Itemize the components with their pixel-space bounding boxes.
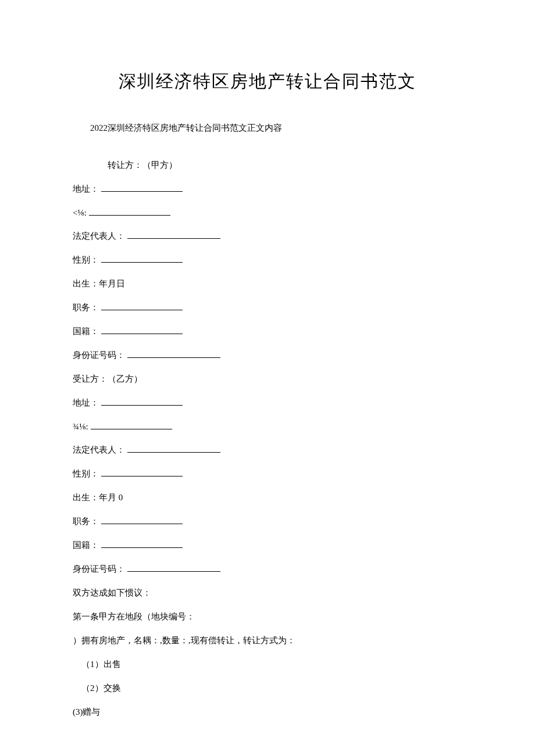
party-b-code-label: ¾⅛:: [73, 422, 88, 432]
party-a-nationality-blank: [101, 326, 183, 334]
party-b-legalrep-label: 法定代表人：: [73, 445, 125, 456]
party-a-nationality-label: 国籍：: [73, 326, 99, 337]
party-a-nationality-row: 国籍：: [73, 326, 462, 337]
party-a-gender-blank: [101, 255, 183, 263]
party-a-code-row: <⅛:: [73, 207, 462, 218]
party-a-legalrep-label: 法定代表人：: [73, 231, 125, 242]
party-b-id-label: 身份证号码：: [73, 564, 125, 575]
article-1-line2: ）拥有房地产，名耦：,数量：,现有偿转让，转让方式为：: [73, 635, 462, 646]
party-a-gender-label: 性别：: [73, 255, 99, 266]
method-3: (3)赠与: [73, 707, 462, 718]
party-a-code-blank: [89, 207, 170, 216]
party-b-nationality-blank: [101, 540, 183, 548]
party-a-position-label: 职务：: [73, 302, 99, 313]
transferor-header: 转让方：（甲方）: [73, 160, 462, 171]
party-a-legalrep-row: 法定代表人：: [73, 231, 462, 242]
agreement-header: 双方达成如下惯议：: [73, 587, 462, 599]
party-b-gender-label: 性别：: [73, 468, 99, 479]
method-1: （1）出售: [73, 659, 462, 670]
party-b-legalrep-row: 法定代表人：: [73, 445, 462, 456]
party-b-gender-blank: [101, 468, 183, 476]
party-b-address-label: 地址：: [73, 397, 99, 409]
party-a-position-blank: [101, 302, 183, 310]
transferee-header: 受让方：（乙方）: [73, 374, 462, 385]
party-b-id-blank: [127, 564, 220, 572]
party-a-legalrep-blank: [127, 231, 220, 239]
party-a-address-blank: [101, 184, 183, 192]
party-b-id-row: 身份证号码：: [73, 564, 462, 575]
party-b-position-blank: [101, 516, 183, 524]
party-a-address-row: 地址：: [73, 184, 462, 195]
party-a-address-label: 地址：: [73, 184, 99, 195]
party-b-legalrep-blank: [127, 445, 220, 453]
party-a-birth-row: 出生：年月日: [73, 278, 462, 289]
party-a-gender-row: 性别：: [73, 255, 462, 266]
party-a-id-row: 身份证号码：: [73, 350, 462, 361]
method-2: （2）交换: [73, 683, 462, 694]
party-a-id-blank: [127, 350, 220, 358]
article-1-line1: 第一条甲方在地段（地块编号：: [73, 611, 462, 622]
party-b-nationality-label: 国籍：: [73, 540, 99, 551]
party-a-id-label: 身份证号码：: [73, 350, 125, 361]
party-b-nationality-row: 国籍：: [73, 540, 462, 551]
party-b-position-label: 职务：: [73, 516, 99, 527]
party-a-code-label: <⅛:: [73, 208, 87, 218]
party-b-position-row: 职务：: [73, 516, 462, 527]
party-b-address-blank: [101, 397, 183, 406]
party-b-code-blank: [91, 421, 172, 429]
party-a-position-row: 职务：: [73, 302, 462, 313]
party-b-gender-row: 性别：: [73, 468, 462, 479]
party-b-address-row: 地址：: [73, 397, 462, 409]
party-b-code-row: ¾⅛:: [73, 421, 462, 432]
party-b-birth-row: 出生：年月 0: [73, 492, 462, 503]
document-subtitle: 2022深圳经济特区房地产转让合同书范文正文内容: [73, 123, 462, 134]
document-title: 深圳经济特区房地产转让合同书范文: [73, 70, 462, 94]
